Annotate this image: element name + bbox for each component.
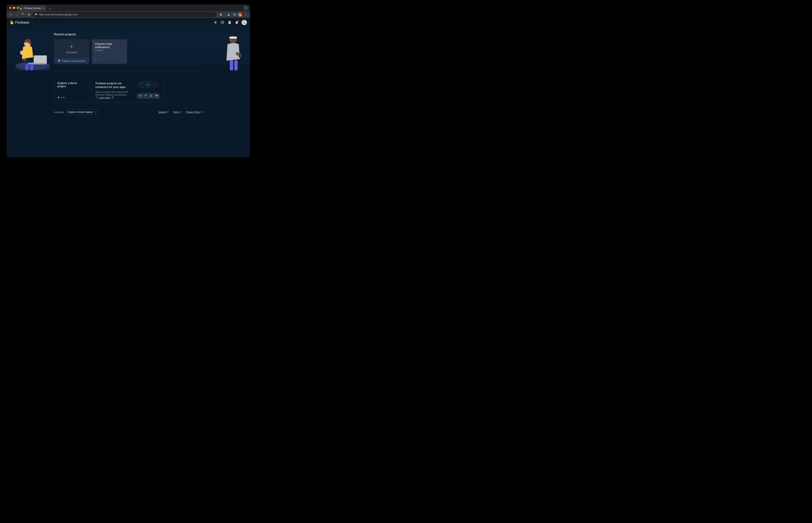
add-project-card[interactable]: ＋ Add project Explore a demo project xyxy=(54,39,89,64)
demo-card-title: Explore a demo project xyxy=(57,82,86,88)
new-tab-button[interactable]: ＋ xyxy=(47,6,53,11)
window-controls xyxy=(9,7,19,9)
add-project-label: Add project xyxy=(66,51,77,54)
docs-icon[interactable] xyxy=(227,20,232,25)
minimize-window-button[interactable] xyxy=(13,7,15,9)
footer-links: Support · Terms · Privacy Policy xyxy=(158,111,202,113)
back-button[interactable] xyxy=(8,12,14,17)
project-platform-icons xyxy=(94,58,97,61)
android-icon xyxy=(57,96,60,99)
account-avatar[interactable] xyxy=(241,20,247,25)
notifications-icon[interactable] xyxy=(234,20,239,25)
platforms-diagram: iOS+ xyxy=(135,82,161,99)
learn-more-link[interactable]: Learn more xyxy=(95,96,133,99)
firebase-favicon-icon xyxy=(20,7,22,10)
plus-icon: ＋ xyxy=(69,43,74,49)
language-select[interactable]: English (United States) xyxy=(66,109,99,115)
separator: · xyxy=(183,111,184,113)
add-project-top: ＋ Add project xyxy=(54,39,89,58)
web-platform-icon xyxy=(94,58,97,61)
firebase-logo[interactable]: Firebase xyxy=(10,19,30,25)
containers-description: Apps in a project share features like Re… xyxy=(95,91,133,96)
crashlytics-icon xyxy=(144,94,147,98)
ios-pill: iOS+ xyxy=(146,83,151,87)
web-pill-icon xyxy=(152,83,157,87)
terms-link[interactable]: Terms xyxy=(173,111,182,113)
svg-rect-36 xyxy=(140,95,140,96)
external-link-icon xyxy=(166,111,169,113)
maximize-window-button[interactable] xyxy=(17,7,19,9)
platform-pills: iOS+ xyxy=(138,82,158,88)
tab-title: Firebase console xyxy=(24,7,41,10)
extensions-icon[interactable] xyxy=(218,12,224,17)
close-window-button[interactable] xyxy=(9,7,12,9)
language-label: Language xyxy=(54,111,64,113)
forward-button[interactable] xyxy=(14,12,20,17)
separator: · xyxy=(171,111,171,113)
svg-rect-16 xyxy=(234,60,237,70)
svg-rect-37 xyxy=(141,95,141,96)
home-button[interactable] xyxy=(27,12,32,17)
tab-bar: Firebase console ✕ ＋ xyxy=(6,4,250,11)
svg-rect-1 xyxy=(234,14,235,16)
explore-demo-link[interactable]: Explore a demo project xyxy=(54,58,89,64)
recent-projects-title: Recent projects xyxy=(54,33,203,36)
project-name: Chrome Push notifications xyxy=(95,42,124,49)
explore-demo-card[interactable]: Explore a demo project iOS+ xyxy=(54,78,89,102)
analytics-icon xyxy=(139,94,142,98)
feature-icons-row xyxy=(137,93,160,99)
side-panel-icon[interactable] xyxy=(232,12,237,17)
chrome-menu-icon[interactable] xyxy=(243,12,248,17)
privacy-link[interactable]: Privacy Policy xyxy=(186,111,203,113)
svg-text:?: ? xyxy=(222,21,223,23)
url-text: https://console.firebase.google.com/ xyxy=(39,13,214,16)
svg-rect-35 xyxy=(139,96,140,96)
main-content: Recent projects ＋ Add project Explore a … xyxy=(54,27,203,157)
profile-button[interactable] xyxy=(237,12,243,17)
external-link-icon xyxy=(201,111,203,113)
diagram-connector xyxy=(148,90,148,91)
firebase-header: Firebase ? xyxy=(6,18,250,27)
support-link[interactable]: Support xyxy=(158,111,169,113)
toolbar-separator xyxy=(225,13,225,16)
reload-button[interactable] xyxy=(20,12,26,17)
svg-rect-14 xyxy=(239,53,241,58)
section-divider xyxy=(54,71,203,72)
page-footer: Language English (United States) Support… xyxy=(54,109,203,115)
svg-rect-7 xyxy=(34,55,47,64)
help-icon[interactable]: ? xyxy=(220,20,225,25)
containers-title: Firebase projects are containers for you… xyxy=(95,82,133,89)
external-link-icon xyxy=(111,96,114,99)
language-value: English (United States) xyxy=(68,111,93,113)
svg-rect-10 xyxy=(25,64,29,70)
browser-tab[interactable]: Firebase console ✕ xyxy=(18,5,46,11)
illustration-developer-right xyxy=(220,33,246,70)
project-card[interactable]: Chrome Push notifications crx-push xyxy=(92,39,127,64)
svg-rect-29 xyxy=(229,22,230,22)
theme-toggle-icon[interactable] xyxy=(213,20,218,25)
svg-point-17 xyxy=(215,22,216,23)
svg-rect-11 xyxy=(30,64,33,70)
svg-point-3 xyxy=(245,14,246,15)
site-info-icon[interactable] xyxy=(35,13,37,16)
compass-icon xyxy=(58,59,60,62)
cloud-icon xyxy=(155,94,158,98)
svg-line-22 xyxy=(214,21,215,22)
svg-line-25 xyxy=(216,21,216,22)
tabs-dropdown-button[interactable] xyxy=(243,6,248,11)
firebase-logo-icon xyxy=(10,19,14,25)
illustration-developer-left xyxy=(10,33,52,70)
external-link-icon xyxy=(180,111,182,113)
project-id: crx-push xyxy=(95,49,124,51)
header-actions: ? xyxy=(213,20,247,25)
labs-icon[interactable] xyxy=(226,12,231,17)
svg-point-39 xyxy=(151,95,152,95)
close-tab-icon[interactable]: ✕ xyxy=(42,7,45,10)
containers-info-card: Firebase projects are containers for you… xyxy=(92,78,165,102)
svg-rect-30 xyxy=(229,22,230,23)
address-bar[interactable]: https://console.firebase.google.com/ xyxy=(32,12,216,17)
ios-label: iOS+ xyxy=(61,96,65,98)
page-content: Firebase ? xyxy=(6,18,250,157)
svg-point-4 xyxy=(245,15,246,16)
brand-name: Firebase xyxy=(15,20,30,24)
